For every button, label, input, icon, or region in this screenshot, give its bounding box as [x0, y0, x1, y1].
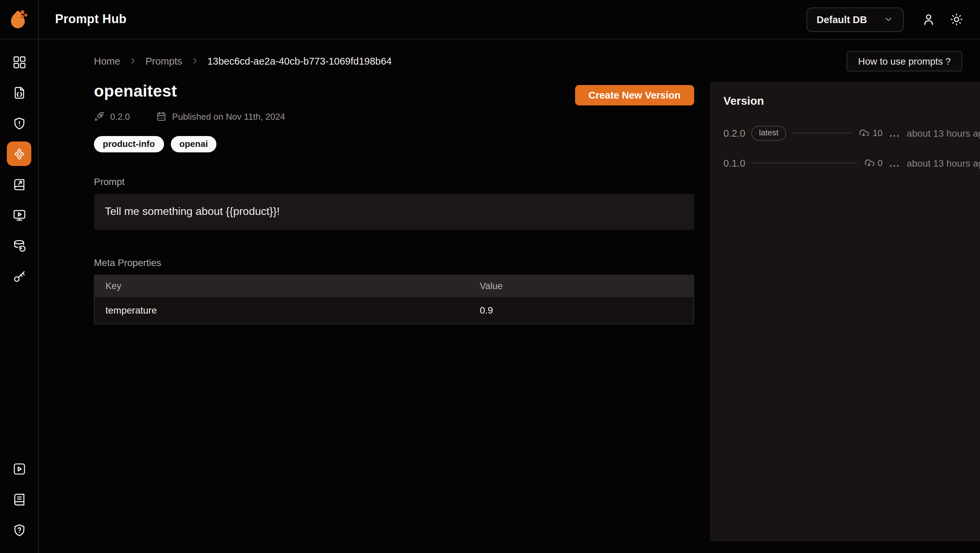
book-arrow-icon [12, 177, 26, 191]
flame-logo-icon [6, 6, 32, 32]
cloud-download-icon [859, 128, 869, 139]
version-number: 0.1.0 [724, 157, 746, 168]
download-count: 0 [878, 158, 882, 168]
cloud-download-icon [863, 157, 874, 168]
version-sidebar: Version 0.2.0 latest 10 [710, 82, 980, 542]
download-count-group: 0 [863, 157, 882, 168]
sidebar-item-api-keys[interactable] [7, 264, 31, 288]
user-icon [921, 12, 936, 27]
how-to-use-prompts-button[interactable]: How to use prompts ? [846, 51, 962, 71]
breadcrumb-prompts[interactable]: Prompts [145, 56, 182, 66]
chevron-right-icon [190, 56, 199, 65]
download-count-group: 10 [859, 128, 883, 139]
latest-badge: latest [752, 126, 786, 140]
prompt-section-label: Prompt [94, 176, 694, 187]
app-window: Prompt Hub Default DB [0, 0, 980, 553]
download-count: 10 [873, 128, 883, 138]
sidebar-item-prompt-hub[interactable] [7, 141, 31, 166]
meta-value-cell: 0.9 [480, 305, 694, 316]
prompt-meta-row: 0.2.0 Published on Nov 11th, 2024 [94, 111, 694, 122]
theme-toggle-button[interactable] [950, 12, 964, 27]
dashboard-icon [12, 55, 26, 69]
table-header-row: Key Value [95, 275, 694, 297]
sidebar-item-support[interactable] [7, 518, 31, 542]
chevron-down-icon [883, 14, 894, 24]
breadcrumb-home[interactable]: Home [94, 56, 120, 66]
sidebar-item-data-restore[interactable] [7, 233, 31, 258]
version-panel: Version 0.2.0 latest 10 [710, 82, 980, 542]
file-code-icon [12, 85, 26, 100]
db-selector-value: Default DB [817, 14, 867, 25]
sidebar-nav-bottom [7, 446, 31, 553]
meta-properties-label: Meta Properties [94, 257, 694, 268]
chevron-right-icon [128, 56, 137, 65]
content-area: Home Prompts 13bec6cd-ae2a-40cb-b773-106… [39, 40, 980, 553]
prompt-text-box: Tell me something about {{product}}! [94, 194, 694, 230]
page-title: openaitest [94, 82, 177, 101]
prompt-detail-section: openaitest Create New Version 0.2.0 [94, 82, 694, 542]
tag-badge: product-info [94, 136, 164, 152]
connector-line [792, 133, 853, 133]
create-new-version-button[interactable]: Create New Version [575, 85, 694, 105]
sidebar [0, 0, 39, 553]
sidebar-nav [7, 40, 31, 288]
user-menu-button[interactable] [921, 12, 936, 27]
rocket-icon [94, 111, 105, 122]
app-logo[interactable] [0, 0, 38, 40]
version-number: 0.2.0 [724, 128, 746, 139]
current-version-label: 0.2.0 [110, 111, 130, 121]
column-header-key: Key [95, 281, 480, 291]
shield-alert-icon [12, 116, 26, 130]
monitor-play-icon [12, 208, 26, 222]
breadcrumb: Home Prompts 13bec6cd-ae2a-40cb-b773-106… [94, 56, 392, 66]
sidebar-item-dashboard[interactable] [7, 50, 31, 74]
version-panel-title: Version [724, 95, 980, 108]
shield-question-icon [12, 523, 26, 537]
sidebar-item-playground[interactable] [7, 203, 31, 227]
app-title: Prompt Hub [55, 12, 127, 27]
breadcrumb-current-id: 13bec6cd-ae2a-40cb-b773-1069fd198b64 [207, 56, 392, 66]
version-row[interactable]: 0.2.0 latest 10 ... about [724, 126, 980, 140]
version-menu-button[interactable]: ... [889, 130, 901, 137]
sidebar-item-traces[interactable] [7, 80, 31, 105]
version-row[interactable]: 0.1.0 0 ... about 13 hours ago [724, 157, 980, 168]
table-row: temperature 0.9 [95, 297, 694, 323]
sidebar-item-tutorials[interactable] [7, 456, 31, 481]
version-time: about 13 hours ago [907, 128, 980, 139]
meta-key-cell: temperature [95, 305, 480, 316]
sidebar-item-docs[interactable] [7, 487, 31, 512]
version-time: about 13 hours ago [907, 157, 980, 168]
tags-row: product-info openai [94, 136, 694, 152]
prompt-text: Tell me something about {{product}}! [105, 205, 280, 218]
tag-badge: openai [170, 136, 217, 152]
sun-icon [950, 12, 964, 27]
calendar-icon [156, 111, 167, 122]
database-restore-icon [12, 238, 26, 253]
key-icon [12, 269, 26, 283]
book-icon [12, 492, 26, 506]
column-header-value: Value [480, 281, 694, 291]
sidebar-item-annotations[interactable] [7, 172, 31, 197]
connector-line [752, 162, 858, 163]
play-square-icon [12, 461, 26, 476]
topbar: Prompt Hub Default DB [39, 0, 980, 40]
published-date-label: Published on Nov 11th, 2024 [172, 111, 285, 121]
sidebar-item-guardrails[interactable] [7, 111, 31, 135]
db-selector[interactable]: Default DB [807, 7, 904, 32]
version-menu-button[interactable]: ... [889, 160, 901, 166]
meta-properties-table: Key Value temperature 0.9 [94, 275, 694, 324]
prompts-icon [12, 146, 26, 161]
